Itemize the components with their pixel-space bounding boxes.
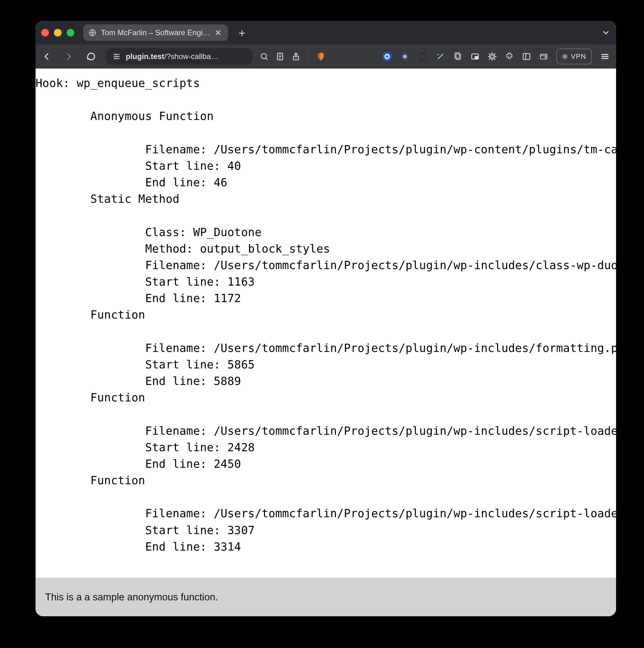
- site-settings-icon[interactable]: [112, 52, 121, 61]
- svg-point-4: [261, 54, 266, 59]
- extension-circle-icon[interactable]: [400, 52, 410, 61]
- reload-button[interactable]: [86, 52, 96, 61]
- vpn-button[interactable]: VPN: [556, 49, 592, 64]
- page-text: Hook: wp_enqueue_scripts Anonymous Funct…: [36, 68, 616, 555]
- url-host: plugin.test: [126, 52, 164, 61]
- close-tab-button[interactable]: ✕: [215, 28, 221, 38]
- toolbar-separator: [308, 51, 308, 62]
- tab-list-chevron-icon[interactable]: [601, 28, 610, 37]
- globe-icon: [88, 29, 97, 37]
- window-controls: [41, 29, 74, 37]
- extensions-icon[interactable]: [505, 52, 514, 61]
- browser-tab[interactable]: Tom McFarlin – Software Engi… ✕: [83, 24, 228, 41]
- tab-title: Tom McFarlin – Software Engi…: [101, 28, 210, 37]
- bug-icon[interactable]: [488, 52, 497, 61]
- svg-rect-15: [475, 56, 478, 58]
- caption-text: This is a a sample anonymous function.: [45, 592, 218, 603]
- page-viewport[interactable]: Hook: wp_enqueue_scripts Anonymous Funct…: [36, 68, 616, 578]
- close-window-button[interactable]: [41, 29, 49, 37]
- svg-point-1: [115, 54, 115, 55]
- svg-point-9: [386, 55, 388, 58]
- reader-mode-icon[interactable]: [276, 52, 285, 61]
- browser-toolbar: plugin.test/?show-callba…: [36, 44, 616, 68]
- forward-button[interactable]: [64, 52, 74, 61]
- svg-rect-18: [523, 54, 530, 60]
- password-manager-icon[interactable]: [382, 52, 392, 61]
- zoom-icon[interactable]: [260, 52, 269, 61]
- new-tab-button[interactable]: ＋: [236, 27, 248, 38]
- brave-shields-icon[interactable]: [316, 52, 326, 61]
- menu-icon[interactable]: [600, 52, 610, 61]
- nav-buttons: [42, 52, 96, 61]
- minimize-window-button[interactable]: [54, 29, 62, 37]
- wallet-icon[interactable]: [539, 52, 548, 61]
- svg-point-11: [403, 55, 407, 59]
- svg-point-16: [491, 55, 493, 58]
- back-button[interactable]: [42, 52, 51, 61]
- url-path: /?show-callba…: [164, 52, 218, 61]
- sync-icon[interactable]: [418, 52, 428, 61]
- vpn-label: VPN: [571, 52, 586, 61]
- vpn-status-dot: [562, 54, 568, 59]
- tab-strip: Tom McFarlin – Software Engi… ✕ ＋: [36, 21, 616, 44]
- svg-point-3: [115, 58, 115, 59]
- svg-point-20: [545, 57, 546, 58]
- pip-icon[interactable]: [470, 52, 480, 61]
- svg-point-2: [116, 56, 117, 57]
- wand-icon[interactable]: [436, 52, 445, 61]
- clipboard-icon[interactable]: [453, 52, 462, 61]
- maximize-window-button[interactable]: [67, 29, 74, 37]
- url-text: plugin.test/?show-callba…: [126, 52, 218, 61]
- sidebar-icon[interactable]: [522, 52, 531, 61]
- share-icon[interactable]: [292, 52, 300, 61]
- toolbar-right: VPN: [382, 49, 610, 64]
- caption-bar: This is a a sample anonymous function.: [36, 578, 616, 616]
- address-bar[interactable]: plugin.test/?show-callba…: [105, 48, 253, 65]
- browser-window: Tom McFarlin – Software Engi… ✕ ＋ p: [36, 21, 616, 616]
